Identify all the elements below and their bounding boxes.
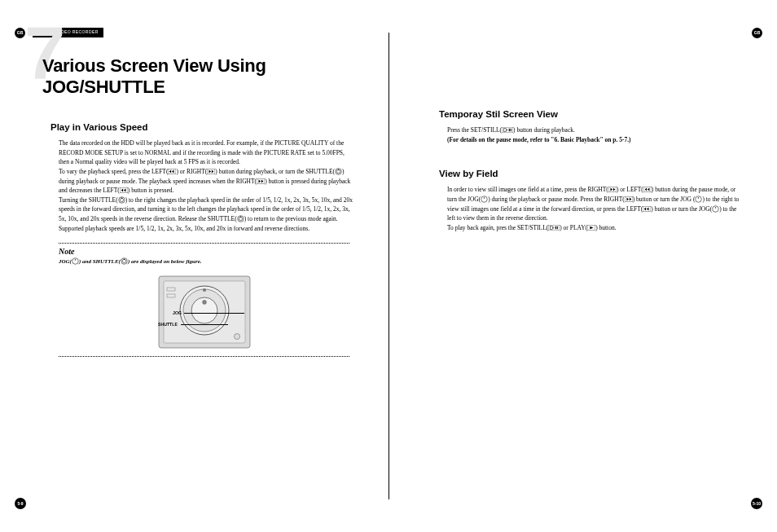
chapter-title: Various Screen View Using JOG/SHUTTLE	[42, 55, 358, 98]
page-spread: 7 Various Screen View Using JOG/SHUTTLE …	[0, 0, 777, 532]
sec2-j: ) or PLAY(	[560, 224, 587, 231]
jog-icon	[72, 257, 79, 265]
figure-leader-shuttle	[181, 324, 228, 325]
sec2-d: ) during the playback or pause mode. Pre…	[488, 196, 624, 203]
svg-point-18	[203, 288, 206, 292]
set-still-icon	[548, 225, 560, 231]
device-illustration	[156, 271, 253, 353]
sec2-i: To play back again, pres the SET/STILL(	[447, 224, 548, 231]
play-speed-para2: To vary the playback speed, press the LE…	[59, 167, 354, 196]
sec2-e: ) button or turn the JOG (	[633, 196, 696, 203]
fast-forward-icon	[625, 196, 633, 202]
shuttle-icon	[121, 257, 128, 265]
rewind-icon	[643, 187, 652, 192]
section-still-title: Temporay Stil Screen View	[439, 109, 746, 119]
rewind-icon	[120, 187, 128, 193]
field-para2: To play back again, pres the SET/STILL()…	[447, 223, 743, 233]
sec2-k: ) button.	[595, 224, 616, 231]
shuttle-icon	[335, 168, 342, 175]
fast-forward-icon	[257, 178, 265, 184]
note-b: ) and SHUTTLE(	[79, 258, 121, 265]
play-speed-para1: The data recorded on the HDD will be pla…	[59, 138, 354, 167]
note-block: Note JOG() and SHUTTLE() are displayed o…	[59, 243, 349, 357]
shuttle-icon	[237, 215, 244, 222]
note-title: Note	[59, 247, 349, 256]
para2-c: ) button during playback, or turn the SH…	[215, 168, 335, 175]
para3-a: Turning the SHUTTLE(	[59, 196, 118, 204]
fast-forward-icon	[608, 187, 617, 192]
still-para: Press the SET/STILL() button during play…	[447, 125, 743, 135]
rewind-icon	[643, 206, 651, 212]
field-para1: In order to view still images one field …	[447, 185, 743, 223]
figure-label-shuttle: SHUTTLE	[158, 322, 178, 327]
jog-icon	[481, 196, 488, 203]
sec2-a: In order to view still images one field …	[447, 186, 608, 193]
section-field-title: View by Field	[439, 169, 746, 178]
para2-f: ) button is pressed.	[128, 187, 174, 194]
play-icon	[587, 225, 595, 231]
dotted-rule-top	[59, 243, 349, 244]
right-column: Temporay Stil Screen View Press the SET/…	[388, 24, 777, 516]
section-play-speed-title: Play in Various Speed	[50, 122, 358, 132]
figure-leader-jog	[184, 313, 244, 314]
sec2-b: ) or LEFT(	[617, 186, 643, 193]
fast-forward-icon	[207, 169, 215, 174]
rewind-icon	[168, 169, 176, 174]
svg-point-19	[234, 334, 239, 340]
sec1-b: ) button during playback.	[513, 126, 575, 134]
left-column: 7 Various Screen View Using JOG/SHUTTLE …	[0, 24, 388, 516]
shuttle-icon	[118, 196, 125, 204]
play-speed-para3: Turning the SHUTTLE() to the right chang…	[59, 196, 354, 234]
sec1-a: Press the SET/STILL(	[447, 126, 502, 134]
dotted-rule-bottom	[59, 356, 349, 357]
figure-label-jog: JOG	[173, 310, 182, 315]
jog-icon	[712, 205, 719, 213]
sec2-g: ) button or turn the JOG(	[651, 205, 712, 213]
svg-point-17	[202, 301, 206, 305]
still-bold-note: (For details on the pause mode, refer to…	[447, 135, 743, 145]
jog-shuttle-figure: JOG SHUTTLE	[59, 271, 349, 353]
chapter-title-block: 7 Various Screen View Using JOG/SHUTTLE	[42, 55, 358, 98]
set-still-icon	[502, 127, 513, 133]
para2-a: To vary the playback speed, press the LE…	[59, 168, 168, 175]
note-text: JOG() and SHUTTLE() are displayed on bel…	[59, 257, 349, 265]
note-c: ) are displayed on below figure.	[128, 258, 202, 265]
para2-b: ) or RIGHT(	[176, 168, 207, 175]
note-a: JOG(	[59, 258, 72, 265]
